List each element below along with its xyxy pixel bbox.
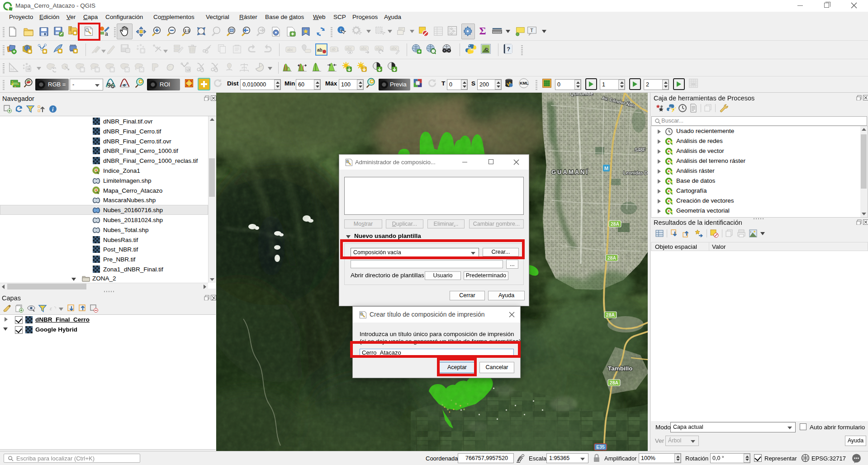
- svg-text:abc: abc: [391, 46, 397, 51]
- svg-text:abc: abc: [361, 46, 367, 51]
- svg-text:abc: abc: [287, 47, 293, 52]
- svg-text:?: ?: [507, 46, 510, 52]
- svg-text:a: a: [105, 31, 108, 37]
- svg-text:ab: ab: [332, 47, 336, 52]
- svg-text:T: T: [530, 28, 533, 33]
- svg-text:KML: KML: [520, 81, 529, 85]
- svg-text:ab: ab: [317, 47, 323, 52]
- svg-text:abc: abc: [346, 46, 352, 51]
- svg-text:Σ: Σ: [479, 25, 486, 36]
- svg-text:ε: ε: [50, 305, 52, 312]
- svg-text:σ: σ: [123, 82, 126, 87]
- svg-text:1:1: 1:1: [185, 28, 190, 33]
